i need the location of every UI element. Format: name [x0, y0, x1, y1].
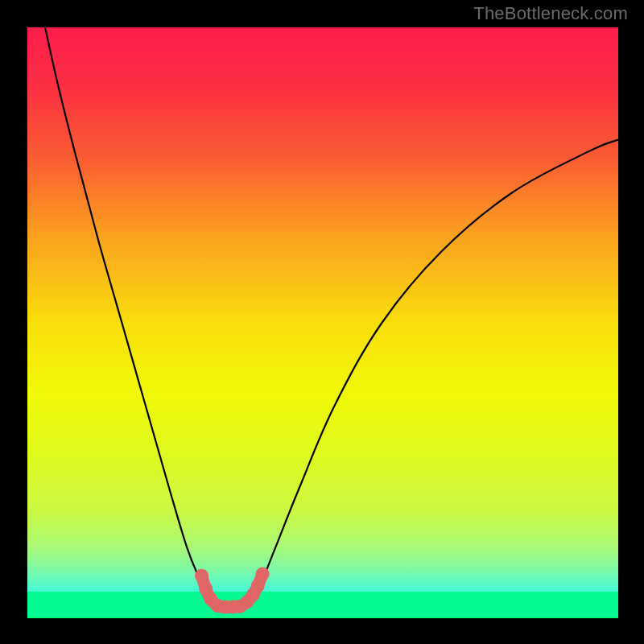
watermark-text: TheBottleneck.com — [473, 3, 628, 24]
bottleneck-curve — [45, 27, 618, 607]
valley-marker-dot — [256, 567, 270, 580]
chart-frame: TheBottleneck.com — [0, 0, 644, 644]
valley-markers — [195, 567, 270, 613]
valley-marker-dot — [251, 579, 265, 592]
valley-marker-dot — [195, 569, 208, 583]
curve-layer — [27, 27, 618, 618]
plot-area — [27, 27, 618, 618]
